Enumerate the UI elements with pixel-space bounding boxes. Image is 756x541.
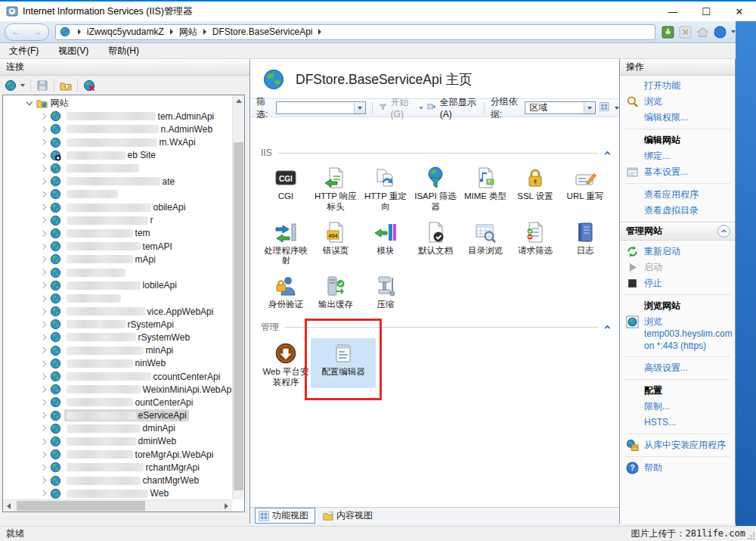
- collapsed-chevron-icon[interactable]: [40, 309, 46, 315]
- action-高级设置...[interactable]: 高级设置...: [620, 360, 735, 376]
- tree-item[interactable]: [3, 188, 232, 201]
- tree-item[interactable]: rSystemWeb: [3, 331, 232, 344]
- back-arrow-icon[interactable]: ←: [11, 26, 20, 37]
- feature-错误页[interactable]: 404错误页: [311, 220, 361, 267]
- tree-item[interactable]: Web: [3, 487, 232, 499]
- action-基本设置...[interactable]: 基本设置...: [620, 164, 735, 180]
- collapse-chevron-icon[interactable]: [603, 149, 612, 157]
- close-button[interactable]: ✕: [723, 2, 756, 21]
- collapsed-chevron-icon[interactable]: [40, 191, 46, 197]
- feature-默认文档[interactable]: 默认文档: [411, 220, 460, 267]
- tree-item[interactable]: chantMgrWeb: [3, 474, 232, 487]
- collapse-chevron-icon[interactable]: [603, 323, 612, 331]
- action-查看虚拟目录[interactable]: 查看虚拟目录: [620, 203, 735, 219]
- filter-input[interactable]: [276, 101, 365, 114]
- disconnect-icon[interactable]: [83, 79, 95, 92]
- minimize-button[interactable]: —: [656, 2, 689, 21]
- feature-Web 平台安装程序[interactable]: Web 平台安装程序: [261, 341, 311, 388]
- scroll-thumb[interactable]: [17, 501, 145, 511]
- feature-输出缓存[interactable]: 输出缓存: [311, 274, 361, 310]
- collapsed-chevron-icon[interactable]: [40, 400, 46, 406]
- tree-item[interactable]: r: [3, 214, 232, 227]
- scroll-up-arrow[interactable]: [233, 95, 244, 107]
- collapsed-chevron-icon[interactable]: [40, 295, 46, 301]
- tree-item[interactable]: toreMgrApi.WebApi: [3, 448, 232, 461]
- feature-MIME 类型[interactable]: MIME 类型: [460, 166, 510, 213]
- feature-压缩[interactable]: 压缩: [361, 274, 411, 310]
- collapsed-chevron-icon[interactable]: [40, 257, 46, 263]
- collapsed-chevron-icon[interactable]: [40, 490, 46, 496]
- tree-item[interactable]: dminApi: [3, 422, 232, 435]
- tree-item[interactable]: ccountCenterApi: [3, 370, 232, 383]
- expanded-chevron-icon[interactable]: [26, 99, 33, 105]
- tree-item[interactable]: dminWeb: [3, 435, 232, 448]
- group-by-select[interactable]: 区域: [525, 101, 596, 114]
- feature-URL 重写[interactable]: URL 重写: [560, 166, 610, 213]
- breadcrumb-segment[interactable]: 网站: [179, 26, 197, 39]
- tree-item[interactable]: ountCenterApi: [3, 396, 232, 409]
- breadcrumb[interactable]: iZwwqc5yvudamkZ网站DFStore.BaseServiceApi: [55, 24, 655, 40]
- action-重新启动[interactable]: 重新启动: [620, 244, 735, 260]
- collapsed-chevron-icon[interactable]: [40, 360, 46, 366]
- tree-item[interactable]: obileApi: [3, 201, 232, 214]
- combo-arrow-icon[interactable]: [354, 102, 365, 113]
- action-停止[interactable]: 停止: [620, 275, 735, 291]
- tab-内容视图[interactable]: 内容视图: [320, 508, 379, 523]
- action-HSTS...[interactable]: HSTS...: [620, 415, 735, 431]
- stop-disabled-icon[interactable]: [679, 26, 692, 39]
- tree-item[interactable]: n.AdminWeb: [3, 123, 232, 135]
- menu-帮助(H)[interactable]: 帮助(H): [108, 45, 139, 58]
- up-folder-icon[interactable]: [60, 79, 72, 92]
- feature-CGI[interactable]: CGICGI: [261, 166, 311, 213]
- collapse-chevron-icon[interactable]: [717, 225, 730, 238]
- collapsed-chevron-icon[interactable]: [40, 113, 46, 120]
- feature-请求筛选[interactable]: 请求筛选: [510, 220, 560, 267]
- collapsed-chevron-icon[interactable]: [40, 452, 46, 458]
- go-button[interactable]: 开始(G): [391, 96, 415, 120]
- collapsed-chevron-icon[interactable]: [40, 269, 46, 275]
- feature-SSL 设置[interactable]: SSL 设置: [510, 166, 560, 213]
- home-disabled-icon[interactable]: [696, 26, 709, 39]
- menu-视图(V)[interactable]: 视图(V): [58, 45, 88, 58]
- tree-item[interactable]: temAPI: [3, 240, 232, 253]
- tree-item[interactable]: ninWeb: [3, 357, 232, 370]
- collapsed-chevron-icon[interactable]: [40, 152, 46, 158]
- collapsed-chevron-icon[interactable]: [40, 425, 46, 431]
- action-浏览 temp003.hey[interactable]: 浏览 temp003.heyslim.com on *:443 (https): [620, 314, 735, 353]
- save-icon[interactable]: [36, 79, 48, 92]
- action-查看应用程序[interactable]: 查看应用程序: [620, 187, 735, 203]
- collapsed-chevron-icon[interactable]: [40, 439, 46, 445]
- scroll-right-arrow[interactable]: [221, 500, 232, 511]
- connect-globe-icon[interactable]: [5, 79, 17, 92]
- collapsed-chevron-icon[interactable]: [40, 179, 46, 185]
- tree-item[interactable]: WeixinMiniApi.WebApi: [3, 383, 232, 396]
- collapsed-chevron-icon[interactable]: [40, 334, 46, 340]
- tree-item[interactable]: m.WxApi: [3, 136, 232, 149]
- tree-item[interactable]: rSystemApi: [3, 318, 232, 331]
- tree-item[interactable]: eb Site: [3, 149, 232, 162]
- collapsed-chevron-icon[interactable]: [40, 322, 46, 328]
- collapsed-chevron-icon[interactable]: [40, 282, 46, 288]
- breadcrumb-segment[interactable]: DFStore.BaseServiceApi: [212, 26, 313, 37]
- action-打开功能[interactable]: 打开功能: [620, 78, 735, 94]
- tree-item[interactable]: tem: [3, 227, 232, 240]
- tree-item[interactable]: ate: [3, 175, 232, 188]
- show-all-button[interactable]: 全部显示(A): [440, 96, 478, 120]
- view-selector-icon[interactable]: [600, 102, 609, 114]
- back-forward-buttons[interactable]: ← →: [5, 23, 49, 41]
- feature-目录浏览[interactable]: 目录浏览: [460, 220, 510, 267]
- menu-文件(F)[interactable]: 文件(F): [9, 45, 39, 58]
- action-编辑权限...[interactable]: 编辑权限...: [620, 110, 735, 126]
- action-限制...[interactable]: 限制...: [620, 399, 735, 415]
- connect-dropdown-icon[interactable]: [20, 84, 25, 87]
- tree-item[interactable]: eServiceApi: [3, 409, 232, 422]
- tab-功能视图[interactable]: 功能视图: [255, 508, 315, 524]
- action-启动[interactable]: 启动: [620, 260, 735, 275]
- tree-item[interactable]: tem.AdminApi: [3, 110, 232, 123]
- action-帮助[interactable]: ?帮助: [620, 460, 735, 476]
- scroll-thumb[interactable]: [234, 142, 243, 490]
- tree-item[interactable]: [3, 162, 232, 175]
- launch-green-icon[interactable]: [662, 26, 674, 39]
- help-icon[interactable]: [714, 26, 727, 39]
- tree-horizontal-scrollbar[interactable]: [3, 499, 232, 511]
